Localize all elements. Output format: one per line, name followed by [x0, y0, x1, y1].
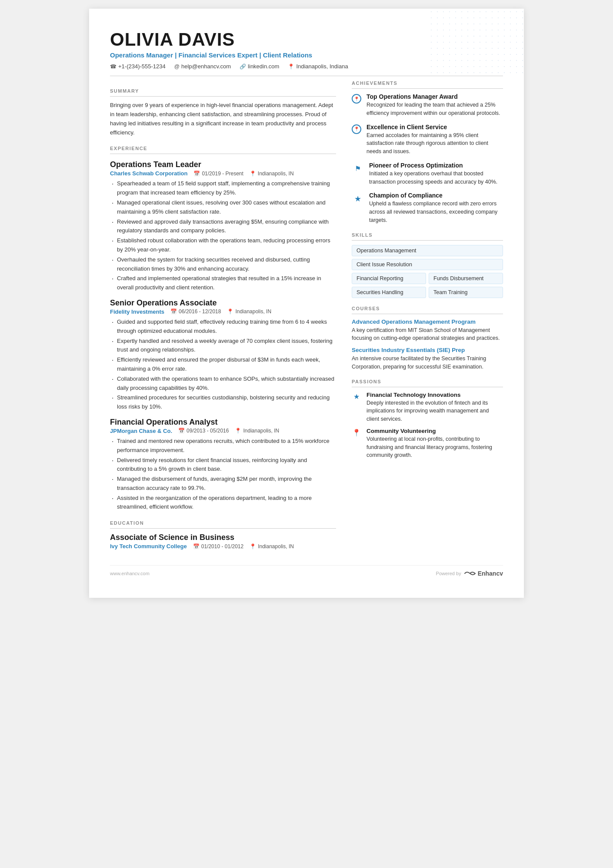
linkedin-contact: 🔗 linkedin.com: [240, 63, 279, 70]
right-column: ACHIEVEMENTS 📍 Top Operations Manager Aw…: [352, 80, 503, 552]
summary-label: SUMMARY: [110, 88, 336, 94]
course-text-1: A key certification from MIT Sloan Schoo…: [352, 326, 503, 343]
passion-text-1: Deeply interested in the evolution of fi…: [366, 399, 503, 423]
passion-2: 📍 Community Volunteering Volunteering at…: [352, 428, 503, 459]
location-icon-1: 📍: [250, 171, 256, 177]
calendar-icon-1: 📅: [193, 171, 200, 177]
job-meta-2: Fidelity Investments 📅 06/2016 - 12/2018…: [110, 308, 336, 315]
passion-content-1: Financial Technology Innovations Deeply …: [366, 392, 503, 423]
job-dates-2: 📅 06/2016 - 12/2018: [170, 308, 221, 315]
bullet-1-5: Overhauled the system for tracking secur…: [110, 255, 336, 274]
skill-2: Client Issue Resolution: [352, 259, 503, 270]
bullet-2-3: Efficiently reviewed and ensured the pro…: [110, 355, 336, 374]
education-divider: [110, 528, 336, 529]
footer: www.enhancv.com Powered by Enhancv: [110, 565, 503, 577]
location-value: Indianapolis, Indiana: [296, 63, 348, 70]
phone-value: +1-(234)-555-1234: [118, 63, 166, 70]
achievement-text-3: Initiated a key operations overhaul that…: [369, 170, 503, 186]
achievement-text-1: Recognized for leading the team that ach…: [366, 101, 503, 117]
location-icon: 📍: [288, 64, 294, 70]
company-3: JPMorgan Chase & Co.: [110, 428, 172, 434]
bullet-2-5: Streamlined procedures for securities cu…: [110, 393, 336, 412]
achievement-title-2: Excellence in Client Service: [366, 124, 503, 131]
achievement-2: 📍 Excellence in Client Service Earned ac…: [352, 124, 503, 156]
job-bullets-2: Guided and supported field staff, effect…: [110, 318, 336, 412]
bullet-2-1: Guided and supported field staff, effect…: [110, 318, 336, 336]
achievement-text-2: Earned accolades for maintaining a 95% c…: [366, 131, 503, 156]
skills-grid: Operations Management Client Issue Resol…: [352, 245, 503, 298]
achievement-content-2: Excellence in Client Service Earned acco…: [366, 124, 503, 156]
calendar-icon-edu: 📅: [193, 543, 200, 550]
calendar-icon-3: 📅: [178, 428, 185, 434]
achievement-icon-2: 📍: [352, 124, 361, 134]
achievement-title-4: Champion of Compliance: [369, 192, 503, 199]
skill-6: Team Training: [429, 287, 503, 298]
passion-icon-2: 📍: [352, 429, 361, 437]
job-dates-1: 📅 01/2019 - Present: [193, 171, 243, 177]
edu-location-1: 📍 Indianapolis, IN: [250, 543, 294, 550]
achievement-icon-1: 📍: [352, 94, 361, 104]
skill-1: Operations Management: [352, 245, 503, 256]
achievement-1: 📍 Top Operations Manager Award Recognize…: [352, 93, 503, 117]
summary-text: Bringing over 9 years of experience in h…: [110, 101, 336, 137]
bullet-3-1: Trained and mentored new operations recr…: [110, 437, 336, 455]
job-meta-3: JPMorgan Chase & Co. 📅 09/2013 - 05/2016…: [110, 428, 336, 434]
header: OLIVIA DAVIS Operations Manager | Financ…: [110, 30, 503, 70]
achievement-3: ⚑ Pioneer of Process Optimization Initia…: [352, 162, 503, 186]
job-location-3: 📍 Indianapolis, IN: [235, 428, 279, 434]
skill-3: Financial Reporting: [352, 273, 426, 284]
skill-5: Securities Handling: [352, 287, 426, 298]
achievement-text-4: Upheld a flawless compliance record with…: [369, 200, 503, 224]
phone-icon: ☎: [110, 64, 117, 70]
achievement-title-3: Pioneer of Process Optimization: [369, 162, 503, 169]
achievements-divider: [352, 88, 503, 89]
linkedin-icon: 🔗: [240, 64, 246, 70]
phone-contact: ☎ +1-(234)-555-1234: [110, 63, 166, 70]
achievement-content-3: Pioneer of Process Optimization Initiate…: [369, 162, 503, 186]
bullet-3-2: Delivered timely resolutions for client …: [110, 456, 336, 474]
courses-label: COURSES: [352, 306, 503, 311]
location-icon-2: 📍: [227, 308, 233, 315]
passions-divider: [352, 387, 503, 387]
course-text-2: An intensive course facilitated by the S…: [352, 355, 503, 371]
passion-title-2: Community Volunteering: [366, 428, 503, 434]
bullet-1-3: Reviewed and approved daily transactions…: [110, 218, 336, 236]
candidate-tagline: Operations Manager | Financial Services …: [110, 51, 503, 59]
edu-meta-1: Ivy Tech Community College 📅 01/2010 - 0…: [110, 543, 336, 550]
skill-4: Funds Disbursement: [429, 273, 503, 284]
email-icon: @: [174, 64, 180, 70]
bullet-3-4: Assisted in the reorganization of the op…: [110, 494, 336, 512]
experience-divider: [110, 154, 336, 154]
passion-text-2: Volunteering at local non-profits, contr…: [366, 435, 503, 459]
job-location-1: 📍 Indianapolis, IN: [250, 171, 294, 177]
company-2: Fidelity Investments: [110, 308, 164, 315]
passions-label: PASSIONS: [352, 379, 503, 384]
footer-website: www.enhancv.com: [110, 571, 150, 576]
candidate-name: OLIVIA DAVIS: [110, 30, 503, 50]
bullet-2-4: Collaborated with the operations team to…: [110, 375, 336, 393]
achievement-icon-4: ★: [352, 193, 364, 205]
courses-divider: [352, 314, 503, 314]
achievement-content-1: Top Operations Manager Award Recognized …: [366, 93, 503, 117]
achievement-content-4: Champion of Compliance Upheld a flawless…: [369, 192, 503, 224]
email-value: help@enhancv.com: [181, 63, 231, 70]
job-bullets-1: Spearheaded a team of 15 field support s…: [110, 179, 336, 292]
job-title-1: Operations Team Leader: [110, 160, 336, 169]
enhancv-logo-icon: [464, 570, 476, 577]
course-title-2: Securities Industry Essentials (SIE) Pre…: [352, 347, 503, 353]
footer-right: Powered by Enhancv: [436, 570, 503, 577]
job-dates-3: 📅 09/2013 - 05/2016: [178, 428, 229, 434]
education-label: EDUCATION: [110, 520, 336, 526]
edu-school-1: Ivy Tech Community College: [110, 543, 187, 550]
skills-divider: [352, 240, 503, 241]
location-contact: 📍 Indianapolis, Indiana: [288, 63, 348, 70]
company-1: Charles Schwab Corporation: [110, 170, 187, 177]
powered-by-text: Powered by: [436, 571, 461, 576]
bullet-2-2: Expertly handled and resolved a weekly a…: [110, 337, 336, 355]
calendar-icon-2: 📅: [170, 308, 177, 315]
header-divider: [110, 76, 503, 76]
enhancv-logo: Enhancv: [464, 570, 503, 577]
passion-1: ★ Financial Technology Innovations Deepl…: [352, 392, 503, 423]
email-contact: @ help@enhancv.com: [174, 63, 231, 70]
bullet-1-1: Spearheaded a team of 15 field support s…: [110, 179, 336, 198]
